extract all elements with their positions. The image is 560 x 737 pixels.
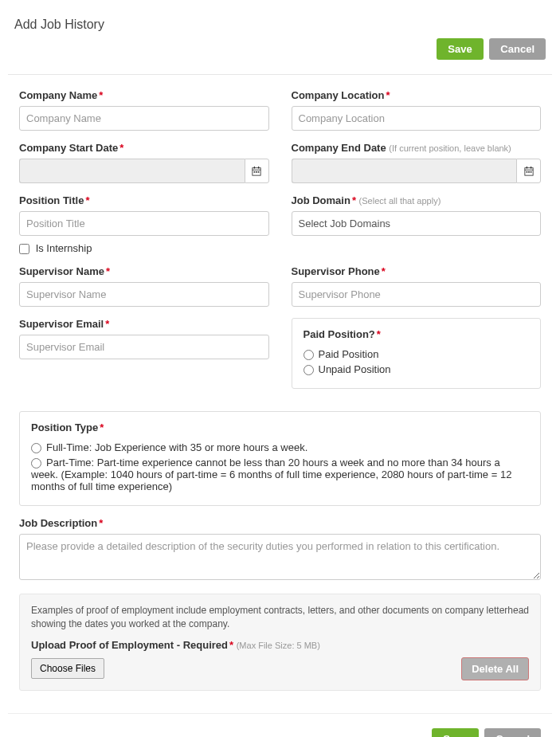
paid-option-label: Paid Position <box>319 348 379 360</box>
start-date-picker-button[interactable] <box>245 159 269 183</box>
fulltime-option-label: Full-Time: Job Experience with 35 or mor… <box>46 441 307 453</box>
divider <box>8 74 552 75</box>
parttime-radio[interactable] <box>31 458 41 468</box>
start-date-input[interactable] <box>19 159 245 183</box>
required-icon: * <box>99 517 103 529</box>
required-icon: * <box>99 89 103 101</box>
job-description-textarea[interactable] <box>19 534 541 580</box>
job-description-label: Job Description* <box>19 517 541 529</box>
paid-position-label: Paid Position?* <box>303 328 530 340</box>
cancel-button-top[interactable]: Cancel <box>489 38 546 60</box>
required-icon: * <box>119 142 123 154</box>
choose-files-button[interactable]: Choose Files <box>31 658 104 679</box>
required-icon: * <box>382 265 386 277</box>
company-name-label: Company Name* <box>19 89 269 101</box>
start-date-label: Company Start Date* <box>19 142 269 154</box>
paid-radio[interactable] <box>303 350 314 360</box>
calendar-icon <box>252 167 261 176</box>
supervisor-name-input[interactable] <box>19 282 269 307</box>
end-date-label: Company End Date (If current position, l… <box>292 142 542 154</box>
supervisor-email-input[interactable] <box>19 335 269 359</box>
company-location-input[interactable] <box>292 106 542 131</box>
supervisor-email-label: Supervisor Email* <box>19 318 269 330</box>
page-title: Add Job History <box>14 18 546 32</box>
svg-rect-4 <box>254 171 256 173</box>
fulltime-radio[interactable] <box>31 443 41 453</box>
supervisor-phone-input[interactable] <box>292 282 542 307</box>
position-type-group: Position Type* Full-Time: Job Experience… <box>19 411 541 506</box>
paid-position-group: Paid Position?* Paid Position Unpaid Pos… <box>292 318 542 389</box>
supervisor-phone-label: Supervisor Phone* <box>292 265 542 277</box>
calendar-icon <box>524 167 534 176</box>
job-domain-select[interactable]: Select Job Domains <box>292 211 542 236</box>
svg-rect-11 <box>526 171 527 173</box>
is-internship-label: Is Internship <box>36 242 92 254</box>
required-icon: * <box>105 318 109 330</box>
required-icon: * <box>386 89 390 101</box>
upload-desc: Examples of proof of employment include … <box>31 604 529 631</box>
save-button-top[interactable]: Save <box>437 38 483 60</box>
upload-section: Examples of proof of employment include … <box>19 594 541 691</box>
unpaid-option-label: Unpaid Position <box>319 363 391 375</box>
is-internship-checkbox[interactable] <box>19 244 29 254</box>
supervisor-name-label: Supervisor Name* <box>19 265 269 277</box>
position-type-label: Position Type* <box>31 421 529 433</box>
required-icon: * <box>106 265 110 277</box>
save-button-bottom[interactable]: Save <box>432 728 478 737</box>
position-title-input[interactable] <box>19 211 269 236</box>
svg-rect-13 <box>530 171 531 173</box>
end-date-picker-button[interactable] <box>516 159 541 183</box>
svg-rect-12 <box>528 171 530 173</box>
delete-all-button[interactable]: Delete All <box>461 657 529 680</box>
job-domain-hint: (Select all that apply) <box>359 196 441 206</box>
upload-label: Upload Proof of Employment - Required* (… <box>31 639 529 651</box>
company-location-label: Company Location* <box>292 89 542 101</box>
required-icon: * <box>352 194 356 206</box>
required-icon: * <box>100 421 104 433</box>
required-icon: * <box>85 194 89 206</box>
required-icon: * <box>229 639 233 651</box>
upload-hint: (Max File Size: 5 MB) <box>237 641 320 650</box>
required-icon: * <box>377 328 381 340</box>
svg-rect-5 <box>256 171 257 173</box>
cancel-button-bottom[interactable]: Cancel <box>484 728 541 737</box>
job-domain-label: Job Domain* (Select all that apply) <box>292 194 542 206</box>
svg-rect-6 <box>258 171 260 173</box>
parttime-option-label: Part-Time: Part-time experience cannot b… <box>31 457 511 492</box>
end-date-input[interactable] <box>292 159 517 183</box>
unpaid-radio[interactable] <box>303 365 314 375</box>
company-name-input[interactable] <box>19 106 269 131</box>
position-title-label: Position Title* <box>19 194 269 206</box>
end-date-hint: (If current position, leave blank) <box>389 143 511 153</box>
